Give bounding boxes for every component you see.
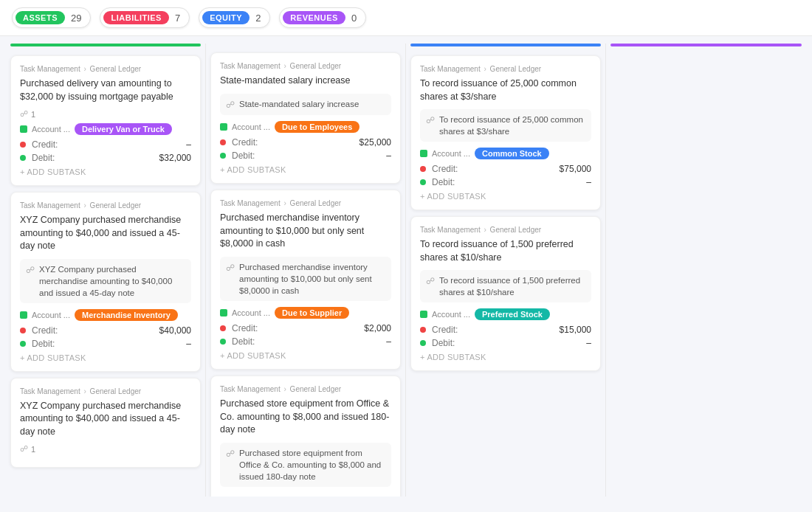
subtask-task-icon: ☍ (426, 275, 435, 288)
top-bar: ASSETS 29 LIABILITIES 7 EQUITY 2 REVENUE… (0, 0, 812, 36)
credit-row: Credit: $25,000 (220, 137, 391, 148)
credit-amount: $25,000 (359, 137, 391, 148)
debit-dot (220, 339, 226, 345)
card-title: Purchased delivery van amounting to $32,… (20, 77, 191, 103)
card-equity-0: Task Management › General Ledger To reco… (410, 55, 601, 210)
credit-amount: $75,000 (560, 164, 591, 174)
card-title: XYZ Company purchased merchandise amount… (20, 214, 191, 253)
breadcrumb: Task Management › General Ledger (420, 226, 591, 234)
account-row: Account ... Common Stock (420, 148, 591, 159)
column-revenues (606, 44, 806, 497)
debit-label: Debit: (432, 177, 461, 187)
account-dot (20, 311, 27, 319)
add-subtask-button[interactable]: + ADD SUBTASK (20, 353, 191, 362)
category-pill-assets[interactable]: ASSETS 29 (12, 7, 91, 28)
account-dot (20, 125, 27, 133)
credit-amount: $2,000 (364, 323, 391, 333)
credit-dot (20, 142, 26, 148)
column-assets: Task Management › General Ledger Purchas… (6, 44, 206, 497)
credit-dot (220, 139, 226, 145)
debit-dot (420, 340, 426, 346)
category-pill-equity[interactable]: EQUITY 2 (199, 7, 270, 28)
category-count-equity: 2 (255, 13, 261, 24)
subtask-count-value: 1 (31, 445, 35, 454)
subtask-task-icon: ☍ (26, 264, 35, 277)
credit-label: Credit: (432, 325, 461, 335)
add-subtask-button[interactable]: + ADD SUBTASK (220, 165, 391, 174)
debit-row: Debit: – (420, 338, 591, 348)
account-label-text: Account ... (232, 122, 270, 131)
category-pill-liabilities[interactable]: LIABILITIES 7 (100, 7, 190, 28)
debit-amount: – (186, 339, 191, 349)
add-subtask-button[interactable]: + ADD SUBTASK (20, 167, 191, 176)
account-badge[interactable]: Preferred Stock (475, 308, 550, 320)
card-equity-1: Task Management › General Ledger To reco… (410, 216, 601, 371)
debit-amount: – (586, 338, 591, 348)
account-badge[interactable]: Due to Employees (275, 121, 359, 133)
card-assets-1: Task Management › General Ledger XYZ Com… (10, 192, 201, 372)
account-label-text: Account ... (232, 308, 270, 317)
category-label-equity: EQUITY (202, 11, 250, 24)
subtask-row: ☍ To record issuance of 1,500 preferred … (420, 270, 591, 302)
account-badge[interactable]: Merchandise Inventory (75, 309, 178, 321)
account-badge[interactable]: Common Stock (475, 148, 549, 159)
breadcrumb: Task Management › General Ledger (20, 65, 191, 73)
add-subtask-button[interactable]: + ADD SUBTASK (420, 353, 591, 361)
category-count-liabilities: 7 (175, 13, 180, 24)
account-label-text: Account ... (32, 311, 70, 319)
account-label-text: Account ... (432, 149, 470, 158)
category-pill-revenues[interactable]: REVENUES 0 (279, 7, 366, 28)
card-title: Purchased merchandise inventory amountin… (220, 212, 391, 251)
breadcrumb: Task Management › General Ledger (220, 62, 391, 70)
debit-row: Debit: – (220, 336, 391, 347)
column-header-assets (10, 44, 201, 46)
column-header-equity (410, 44, 601, 46)
subtask-row: ☍ Purchased merchandise inventory amount… (220, 257, 391, 301)
account-badge[interactable]: Delivery Van or Truck (75, 123, 172, 135)
debit-row: Debit: – (20, 339, 191, 349)
subtask-task-icon: ☍ (426, 114, 435, 127)
add-subtask-button[interactable]: + ADD SUBTASK (220, 351, 391, 360)
column-liabilities: Task Management › General Ledger State-m… (206, 44, 406, 497)
debit-amount: $32,000 (159, 153, 191, 163)
subtask-task-icon: ☍ (226, 448, 235, 460)
subtask-icon: ☍ (20, 109, 28, 119)
card-assets-2: Task Management › General Ledger XYZ Com… (10, 378, 201, 468)
debit-row: Debit: – (220, 151, 391, 161)
account-row: Account ... Delivery Van or Truck (20, 123, 191, 135)
breadcrumb: Task Management › General Ledger (220, 199, 391, 207)
debit-dot (20, 155, 26, 161)
debit-dot (220, 153, 226, 159)
account-row: Account ... Due to Employees (220, 121, 391, 133)
subtask-task-icon: ☍ (226, 99, 235, 111)
column-equity: Task Management › General Ledger To reco… (406, 44, 606, 497)
debit-amount: – (386, 336, 391, 347)
subtask-text: XYZ Company purchased merchandise amount… (39, 263, 185, 299)
subtask-task-icon: ☍ (226, 262, 235, 274)
category-label-assets: ASSETS (16, 11, 65, 24)
account-row: Account ... Preferred Stock (420, 308, 591, 320)
category-count-revenues: 0 (351, 13, 357, 24)
add-subtask-button[interactable]: + ADD SUBTASK (420, 192, 591, 201)
credit-amount: – (186, 139, 191, 150)
card-liabilities-1: Task Management › General Ledger Purchas… (210, 190, 401, 370)
credit-label: Credit: (32, 325, 61, 336)
account-badge[interactable]: Due to Supplier (275, 307, 349, 319)
subtask-text: To record issuance of 25,000 common shar… (439, 114, 585, 137)
card-title: To record issuance of 1,500 preferred sh… (420, 238, 591, 264)
subtask-row: ☍ Purchased store equipment from Office … (220, 443, 391, 487)
card-title: State-mandated salary increase (220, 75, 391, 88)
breadcrumb: Task Management › General Ledger (420, 65, 591, 73)
card-title: Purchased store equipment from Office & … (220, 398, 391, 437)
credit-dot (20, 328, 26, 333)
subtask-count-value: 1 (31, 110, 35, 119)
debit-label: Debit: (32, 339, 61, 349)
account-row: Account ... Due to Supplier (220, 307, 391, 319)
debit-amount: – (386, 151, 391, 161)
subtask-icon: ☍ (20, 444, 28, 454)
account-row: Account ... Merchandise Inventory (20, 309, 191, 321)
credit-dot (420, 166, 426, 172)
breadcrumb: Task Management › General Ledger (20, 387, 191, 395)
breadcrumb: Task Management › General Ledger (220, 385, 391, 393)
debit-label: Debit: (432, 338, 461, 348)
